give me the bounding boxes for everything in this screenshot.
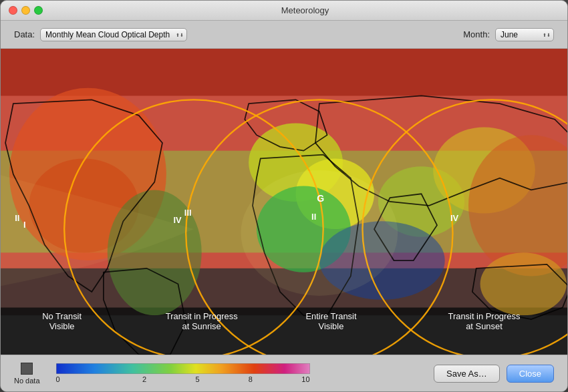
svg-point-21 <box>241 170 398 296</box>
svg-text:Visible: Visible <box>319 321 344 331</box>
svg-point-16 <box>480 252 567 315</box>
svg-text:IV: IV <box>450 213 459 223</box>
data-label: Data: <box>14 29 35 39</box>
svg-text:at Sunrise: at Sunrise <box>182 321 221 331</box>
scale-8: 8 <box>249 375 253 383</box>
toolbar: Data: Monthly Mean Cloud Optical Depth C… <box>1 21 567 49</box>
close-button[interactable] <box>9 6 17 15</box>
data-group: Data: Monthly Mean Cloud Optical Depth C… <box>14 28 187 41</box>
svg-text:II: II <box>311 212 316 222</box>
legend-container: No data <box>14 363 310 385</box>
minimize-button[interactable] <box>21 6 30 15</box>
no-data-swatch <box>21 363 33 375</box>
svg-text:Transit in Progress: Transit in Progress <box>448 311 521 321</box>
svg-text:I: I <box>23 220 26 230</box>
bottom-buttons: Save As… Close <box>434 365 554 383</box>
window-title: Meteorology <box>51 5 559 15</box>
scale-5: 5 <box>195 375 199 383</box>
svg-text:Transit in Progress: Transit in Progress <box>166 311 238 321</box>
scale-numbers: 0 2 5 8 10 <box>56 375 310 383</box>
map-container: No Transit Visible Transit in Progress a… <box>1 49 567 355</box>
svg-text:at Sunset: at Sunset <box>466 321 503 331</box>
month-select-wrapper[interactable]: January February March April May June Ju… <box>495 28 554 41</box>
color-bar-svg <box>56 363 310 374</box>
scale-0: 0 <box>56 375 60 383</box>
month-group: Month: January February March April May … <box>463 28 554 41</box>
svg-rect-37 <box>56 363 310 374</box>
svg-text:Visible: Visible <box>49 321 75 331</box>
close-button-bottom[interactable]: Close <box>507 365 554 383</box>
svg-text:Entire Transit: Entire Transit <box>305 311 356 321</box>
svg-text:G: G <box>317 193 324 204</box>
save-as-button[interactable]: Save As… <box>434 365 500 383</box>
scale-10: 10 <box>301 375 309 383</box>
no-data-label: No data <box>14 377 40 385</box>
svg-text:II: II <box>15 213 19 223</box>
svg-text:III: III <box>184 208 192 218</box>
scale-2: 2 <box>142 375 146 383</box>
color-scale: 0 2 5 8 10 <box>56 363 310 383</box>
month-label: Month: <box>463 29 490 39</box>
title-bar: Meteorology <box>1 1 567 21</box>
maximize-button[interactable] <box>34 6 43 15</box>
data-select[interactable]: Monthly Mean Cloud Optical Depth Cloud C… <box>40 28 187 41</box>
month-select[interactable]: January February March April May June Ju… <box>495 28 554 41</box>
world-map: No Transit Visible Transit in Progress a… <box>1 49 567 355</box>
main-window: Meteorology Data: Monthly Mean Cloud Opt… <box>0 0 568 392</box>
data-select-wrapper[interactable]: Monthly Mean Cloud Optical Depth Cloud C… <box>40 28 187 41</box>
bottom-bar: No data <box>1 355 567 391</box>
traffic-lights <box>9 6 43 15</box>
svg-text:No Transit: No Transit <box>42 311 82 321</box>
svg-text:IV: IV <box>173 215 182 225</box>
